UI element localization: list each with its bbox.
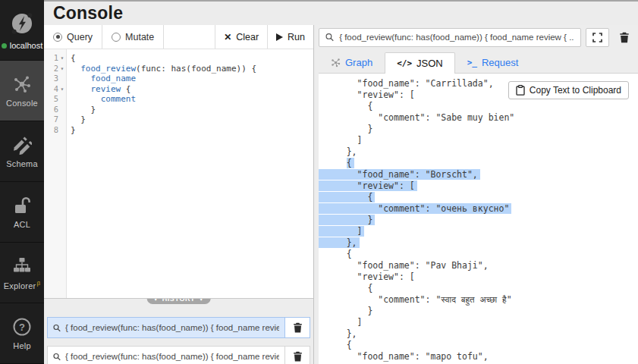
radio-icon xyxy=(112,33,121,42)
json-result-view[interactable]: Copy Text to Clipboard "food_name": "Car… xyxy=(319,74,638,364)
json-line: { xyxy=(325,192,638,203)
result-query-row: { food_review(func: has(food_name)) { fo… xyxy=(319,25,638,49)
json-line: ] xyxy=(325,135,638,146)
mode-label: Query xyxy=(67,32,93,42)
sidebar-nav: ConsoleSchemaACLExplorerβ?Help xyxy=(0,61,44,364)
main-content: Console QueryMutate ✕ Clear Run xyxy=(44,0,638,364)
search-icon xyxy=(53,324,61,332)
history-query[interactable]: { food_review(func: has(food_name)) { fo… xyxy=(48,347,284,364)
editor-line: comment xyxy=(71,94,256,105)
sidebar-item-label: Help xyxy=(13,341,30,350)
delete-history-button[interactable] xyxy=(284,347,310,364)
query-mode-radio[interactable]: Query xyxy=(44,25,102,49)
history-item[interactable]: { food_review(func: has(food_name)) { fo… xyxy=(47,346,310,364)
page-header: Console xyxy=(44,0,638,25)
editor-gutter: 1▾2▾34▾5678 xyxy=(44,49,67,298)
delete-history-button[interactable] xyxy=(284,318,310,337)
run-button[interactable]: Run xyxy=(267,25,313,49)
fold-marker-icon[interactable]: ▾ xyxy=(58,64,66,74)
json-line: }, xyxy=(325,328,638,340)
query-preview-text: { food_review(func: has(food_name)) { fo… xyxy=(339,33,574,42)
json-line: { xyxy=(325,101,638,112)
result-tabs: Graph</>JSON>_Request xyxy=(319,49,638,74)
explorer-icon xyxy=(12,256,32,275)
editor-line: } xyxy=(71,105,256,115)
sidebar-item-help[interactable]: ?Help xyxy=(0,303,44,364)
panels: QueryMutate ✕ Clear Run 1▾2▾34▾5678 { fo… xyxy=(44,25,638,364)
json-code[interactable]: "food_name": "Carrillada", "review": [ {… xyxy=(325,78,638,362)
editor-line: food_name xyxy=(71,74,256,84)
run-play-icon xyxy=(276,33,283,41)
code-icon: </> xyxy=(397,58,412,68)
radio-icon xyxy=(53,33,62,42)
json-line: "food_name": "Borscht", xyxy=(325,169,638,180)
json-line: ] xyxy=(325,226,638,237)
query-editor[interactable]: 1▾2▾34▾5678 { food_review(func: has(food… xyxy=(44,49,313,298)
json-line: "comment": "Sabe muy bien" xyxy=(325,112,638,124)
history-label: HISTORY xyxy=(162,298,196,303)
server-label: localhost xyxy=(10,41,42,50)
clear-button[interactable]: ✕ Clear xyxy=(215,25,267,49)
line-number: 6 xyxy=(54,105,58,115)
fold-marker-icon[interactable]: ▾ xyxy=(58,53,66,64)
sidebar-item-label: Schema xyxy=(6,159,38,168)
sidebar: localhost ConsoleSchemaACLExplorerβ?Help xyxy=(0,0,44,364)
help-icon: ? xyxy=(12,317,32,337)
connection-status-dot xyxy=(2,43,7,49)
app-root: localhost ConsoleSchemaACLExplorerβ?Help… xyxy=(0,0,638,364)
sidebar-item-label: Explorerβ xyxy=(4,280,40,290)
sidebar-item-console[interactable]: Console xyxy=(0,61,44,121)
sidebar-item-schema[interactable]: Schema xyxy=(0,121,44,182)
sidebar-item-label: ACL xyxy=(14,220,30,229)
toolbar-spacer xyxy=(164,25,215,49)
history-query-text: { food_review(func: has(food_name)) { fo… xyxy=(65,323,279,332)
json-line: { xyxy=(325,158,638,169)
search-icon xyxy=(53,353,61,361)
terminal-icon: >_ xyxy=(467,58,477,67)
json-line: { xyxy=(325,249,638,260)
sidebar-item-label: Console xyxy=(6,99,38,108)
tab-json[interactable]: </>JSON xyxy=(385,52,455,74)
json-line: "comment": "очень вкусно" xyxy=(325,203,638,215)
line-number: 5 xyxy=(54,94,58,105)
json-line: { xyxy=(325,283,638,294)
trash-icon xyxy=(293,351,303,362)
trash-icon xyxy=(619,32,630,43)
mutate-mode-radio[interactable]: Mutate xyxy=(102,25,164,49)
editor-line: } xyxy=(71,125,256,136)
line-number: 7 xyxy=(54,115,58,125)
json-line: "food_name": "mapo tofu", xyxy=(325,351,638,362)
console-icon xyxy=(12,74,32,94)
history-query[interactable]: { food_review(func: has(food_name)) { fo… xyxy=(48,318,284,337)
history-section: ∨ HISTORY ∨ { food_review(func: has(food… xyxy=(44,298,313,364)
json-line: }, xyxy=(325,237,638,249)
editor-code[interactable]: { food_review(func: has(food_name)) { fo… xyxy=(67,49,256,298)
query-toolbar: QueryMutate ✕ Clear Run xyxy=(44,25,313,49)
page-title: Console xyxy=(53,3,123,24)
line-number: 3 xyxy=(54,74,58,84)
sidebar-item-localhost[interactable]: localhost xyxy=(0,0,44,61)
history-query-text: { food_review(func: has(food_name)) { fo… xyxy=(65,352,279,361)
query-preview-box[interactable]: { food_review(func: has(food_name)) { fo… xyxy=(319,28,581,47)
clear-x-icon: ✕ xyxy=(224,32,231,42)
json-line: ] xyxy=(325,317,638,328)
tab-graph[interactable]: Graph xyxy=(319,52,385,73)
query-panel: QueryMutate ✕ Clear Run 1▾2▾34▾5678 { fo… xyxy=(44,25,314,364)
delete-result-button[interactable] xyxy=(614,28,634,47)
sidebar-item-explorer[interactable]: Explorerβ xyxy=(0,243,44,303)
history-list: { food_review(func: has(food_name)) { fo… xyxy=(46,317,311,364)
history-toggle[interactable]: ∨ HISTORY ∨ xyxy=(146,298,211,304)
clear-label: Clear xyxy=(236,32,259,42)
fold-marker-icon[interactable]: ▾ xyxy=(58,84,66,95)
history-item[interactable]: { food_review(func: has(food_name)) { fo… xyxy=(47,317,310,338)
line-number: 8 xyxy=(54,125,58,136)
sidebar-item-acl[interactable]: ACL xyxy=(0,182,44,243)
tab-request[interactable]: >_Request xyxy=(455,52,531,73)
json-line: "food_name": "Pav Bhaji", xyxy=(325,260,638,271)
clipboard-icon xyxy=(516,85,525,96)
fullscreen-icon xyxy=(592,33,602,42)
fullscreen-button[interactable] xyxy=(586,28,609,47)
copy-button-label: Copy Text to Clipboard xyxy=(530,85,621,96)
copy-to-clipboard-button[interactable]: Copy Text to Clipboard xyxy=(508,81,629,99)
graph-icon xyxy=(331,58,341,67)
